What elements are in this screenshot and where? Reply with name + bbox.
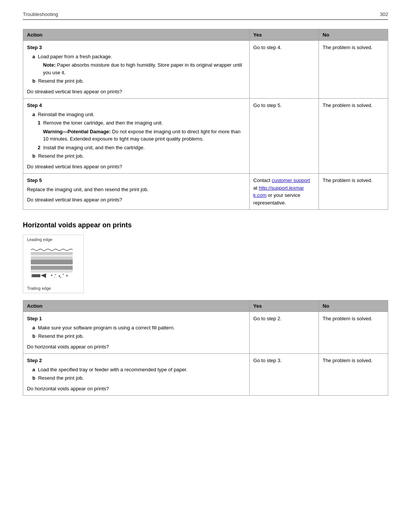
step4-warning: Warning—Potential Damage: Do not expose … <box>27 128 245 143</box>
hvstep2-label: Step 2 <box>27 357 245 364</box>
step3-note: Note: Paper absorbs moisture due to high… <box>27 61 245 76</box>
svg-point-14 <box>54 277 55 278</box>
step4-sub1: 1 Remove the toner cartridge, and then t… <box>27 119 245 127</box>
yes-cell-step3: Go to step 4. <box>249 41 319 99</box>
hvstep1-question: Do horizontal voids appear on prints? <box>27 343 245 351</box>
table-row: Step 2 a Load the specified tray or feed… <box>23 354 388 396</box>
leading-edge-label: Leading edge <box>27 237 80 242</box>
list-marker-a: a <box>32 325 35 331</box>
step3-action-a: a Load paper from a fresh package. <box>27 53 245 61</box>
page: Troubleshooting 302 Action Yes No Step 3… <box>0 0 411 532</box>
svg-rect-1 <box>31 252 73 255</box>
customer-support-link[interactable]: customer support <box>272 177 310 183</box>
page-header-title: Troubleshooting <box>23 11 58 17</box>
list-marker-b: b <box>32 153 35 159</box>
page-number: 302 <box>380 11 388 17</box>
svg-point-13 <box>66 275 68 276</box>
no-cell-hvstep2: The problem is solved. <box>319 354 388 396</box>
hvstep2-action-b: b Resend the print job. <box>27 374 245 382</box>
page-header: Troubleshooting 302 <box>23 11 388 20</box>
list-marker-b: b <box>32 333 35 339</box>
lexmark-link[interactable]: http://support.lexmark.com <box>253 185 304 198</box>
step3-label: Step 3 <box>27 44 245 51</box>
illustration-svg <box>27 243 76 285</box>
step5-label: Step 5 <box>27 177 245 184</box>
step4-action-b: b Resend the print job. <box>27 152 245 160</box>
no-cell-step4: The problem is solved. <box>319 99 388 174</box>
no-cell-step3: The problem is solved. <box>319 41 388 99</box>
list-marker-1: 1 <box>38 120 40 126</box>
step4-question: Do streaked vertical lines appear on pri… <box>27 163 245 171</box>
step5-text: Replace the imaging unit, and then resen… <box>27 186 245 193</box>
yes-cell-step4: Go to step 5. <box>249 99 319 174</box>
action-cell-step5: Step 5 Replace the imaging unit, and the… <box>23 174 250 210</box>
svg-rect-6 <box>31 264 73 266</box>
col-header-no: No <box>319 29 388 41</box>
table-row: Step 4 a Reinstall the imaging unit. 1 R… <box>23 99 388 174</box>
col-header-action2: Action <box>23 300 250 312</box>
step5-question: Do streaked vertical lines appear on pri… <box>27 196 245 204</box>
col-header-action: Action <box>23 29 250 41</box>
note-bold: Note: <box>43 62 56 68</box>
step4-label: Step 4 <box>27 102 245 109</box>
list-marker-2: 2 <box>38 145 40 150</box>
step4-action-a: a Reinstall the imaging unit. <box>27 111 245 118</box>
step4-sub2: 2 Install the imaging unit, and then the… <box>27 144 245 152</box>
table-streaked-lines: Action Yes No Step 3 a Load paper from a… <box>23 29 388 210</box>
list-marker-b: b <box>32 375 35 381</box>
action-cell-step3: Step 3 a Load paper from a fresh package… <box>23 41 250 99</box>
svg-point-9 <box>51 275 53 276</box>
yes-cell-step5: Contact customer support at http://suppo… <box>249 174 319 210</box>
step3-action-b: b Resend the print job. <box>27 77 245 85</box>
table-horizontal-voids: Action Yes No Step 1 a Make sure your so… <box>23 300 388 396</box>
svg-rect-5 <box>31 260 73 264</box>
no-cell-hvstep1: The problem is solved. <box>319 312 388 354</box>
table-row: Step 5 Replace the imaging unit, and the… <box>23 174 388 210</box>
list-marker-a: a <box>32 54 35 59</box>
svg-point-15 <box>60 277 61 278</box>
svg-rect-2 <box>31 255 73 257</box>
hvstep1-action-b: b Resend the print job. <box>27 332 245 340</box>
hvstep1-label: Step 1 <box>27 315 245 323</box>
section-heading-horizontal-voids: Horizontal voids appear on prints <box>23 221 388 229</box>
no-cell-step5: The problem is solved. <box>319 174 388 210</box>
table-row: Step 1 a Make sure your software program… <box>23 312 388 354</box>
list-marker-a: a <box>32 112 35 117</box>
illustration-image <box>27 243 76 285</box>
step3-question: Do streaked vertical lines appear on pri… <box>27 88 245 96</box>
action-cell-hvstep1: Step 1 a Make sure your software program… <box>23 312 250 354</box>
illustration-box: Leading edge <box>23 235 84 293</box>
trailing-edge-label: Trailing edge <box>27 286 80 291</box>
yes-cell-hvstep1: Go to step 2. <box>249 312 319 354</box>
svg-point-10 <box>55 274 56 275</box>
svg-rect-7 <box>31 266 73 270</box>
action-cell-hvstep2: Step 2 a Load the specified tray or feed… <box>23 354 250 396</box>
list-marker-b: b <box>32 78 35 84</box>
col-header-yes: Yes <box>249 29 319 41</box>
action-cell-step4: Step 4 a Reinstall the imaging unit. 1 R… <box>23 99 250 174</box>
svg-rect-8 <box>31 270 73 273</box>
warning-bold: Warning—Potential Damage: <box>43 129 111 134</box>
svg-point-12 <box>63 274 64 275</box>
hvstep2-action-a: a Load the specified tray or feeder with… <box>27 366 245 374</box>
hvstep1-action-a: a Make sure your software program is usi… <box>27 324 245 332</box>
yes-cell-hvstep2: Go to step 3. <box>249 354 319 396</box>
table-row: Step 3 a Load paper from a fresh package… <box>23 41 388 99</box>
svg-rect-3 <box>31 257 73 260</box>
hvstep2-question: Do horizontal voids appear on prints? <box>27 385 245 393</box>
svg-point-11 <box>59 275 60 277</box>
list-marker-a: a <box>32 367 35 372</box>
col-header-yes2: Yes <box>249 300 319 312</box>
col-header-no2: No <box>319 300 388 312</box>
